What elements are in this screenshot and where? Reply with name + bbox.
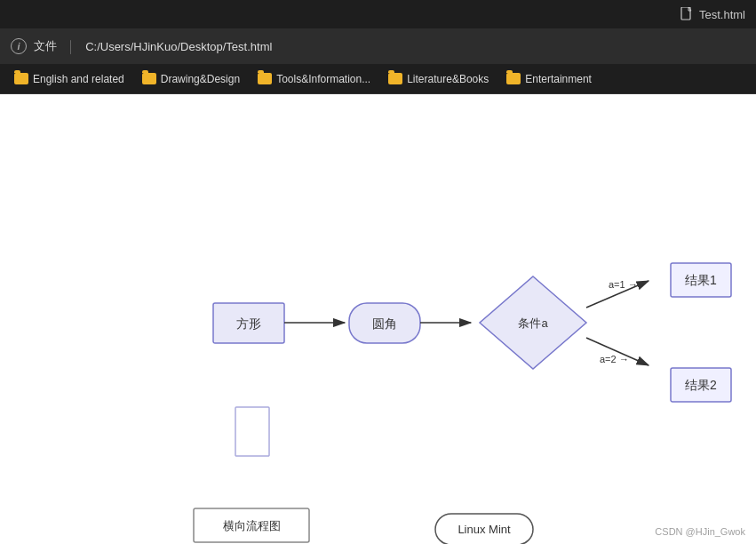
watermark-text: CSDN @HJin_Gwok	[655, 526, 745, 537]
edge-diamond-result2	[586, 338, 649, 365]
folder-icon	[142, 73, 156, 84]
address-path: C:/Users/HJinKuo/Desktop/Test.html	[85, 40, 272, 53]
bookmark-tools-label: Tools&Information...	[276, 73, 370, 85]
title-bar-content: Test.html	[680, 7, 745, 21]
bookmark-drawing[interactable]: Drawing&Design	[135, 70, 247, 88]
bookmark-english-label: English and related	[33, 73, 124, 85]
folder-icon	[388, 73, 402, 84]
separator: │	[68, 40, 75, 53]
watermark: CSDN @HJin_Gwok	[655, 526, 745, 537]
bookmark-entertainment[interactable]: Entertainment	[499, 70, 599, 88]
flowchart-area: 方形 圆角 条件a a=1 → 结果1 a=2 →	[0, 94, 756, 544]
address-bar: i 文件 │ C:/Users/HJinKuo/Desktop/Test.htm…	[0, 28, 756, 64]
address-file-label: 文件	[34, 38, 57, 54]
main-content: 方形 圆角 条件a a=1 → 结果1 a=2 →	[0, 94, 756, 544]
file-icon	[680, 7, 694, 21]
svg-text:→: →	[619, 354, 629, 364]
folder-icon	[258, 73, 272, 84]
svg-text:→: →	[628, 279, 638, 290]
folder-icon	[506, 73, 521, 84]
node-rounded-label: 圆角	[372, 316, 397, 331]
bookmark-tools[interactable]: Tools&Information...	[251, 70, 378, 88]
edge-label-a1: a=1	[609, 279, 625, 290]
node-horizontal-flow-label: 横向流程图	[223, 519, 281, 532]
node-result1-label: 结果1	[685, 273, 717, 287]
node-diamond-label: 条件a	[518, 316, 548, 330]
title-bar: Test.html	[0, 0, 756, 28]
bookmarks-bar: English and related Drawing&Design Tools…	[0, 64, 756, 94]
bookmark-english[interactable]: English and related	[7, 70, 131, 88]
node-square-label: 方形	[236, 316, 261, 331]
flowchart-svg: 方形 圆角 条件a a=1 → 结果1 a=2 →	[0, 94, 756, 544]
folder-icon	[14, 73, 28, 84]
edge-label-a2: a=2	[600, 354, 617, 364]
bookmark-literature[interactable]: Literature&Books	[381, 70, 496, 88]
node-small-rect	[235, 407, 269, 456]
node-linux-mint-label: Linux Mint	[458, 523, 511, 536]
node-result2-label: 结果2	[685, 378, 717, 392]
title-filename: Test.html	[699, 8, 745, 21]
bookmark-drawing-label: Drawing&Design	[161, 73, 240, 85]
bookmark-literature-label: Literature&Books	[407, 73, 489, 85]
info-icon: i	[11, 38, 27, 54]
bookmark-entertainment-label: Entertainment	[525, 73, 592, 85]
